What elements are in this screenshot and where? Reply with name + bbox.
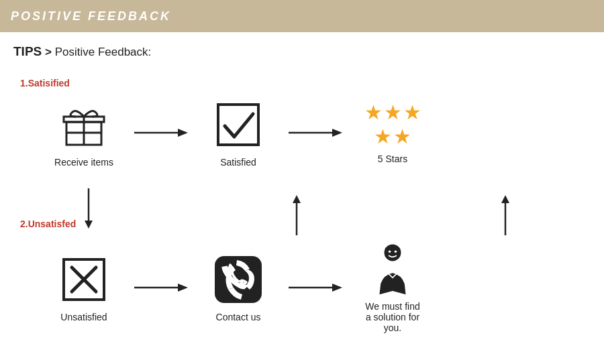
solution-label: We must find a solution for you. [365, 301, 419, 333]
receive-items-item: Receive items [40, 98, 128, 168]
five-stars-item: ★ ★ ★ ★ ★ 5 Stars [349, 101, 436, 164]
star-1: ★ [364, 103, 383, 123]
svg-marker-22 [332, 284, 342, 292]
star-5: ★ [393, 127, 411, 147]
unsatisfied-item: Unsatisfied [40, 253, 128, 322]
arrow-up-2 [499, 195, 512, 235]
star-4: ★ [374, 127, 392, 147]
stars-icon: ★ ★ ★ ★ ★ [356, 101, 430, 148]
header-banner: POSITIVE FEEDBACK [0, 0, 604, 32]
contact-us-item: Contact us [195, 253, 282, 322]
bottom-row: Unsatisfied Contact us [40, 242, 577, 333]
contact-us-label: Contact us [216, 312, 261, 322]
person-icon [366, 242, 419, 296]
x-icon [57, 253, 111, 306]
solution-item: We must find a solution for you. [349, 242, 436, 333]
arrow-right-4 [282, 281, 349, 294]
label-satisfied: 1.Satisified [20, 78, 70, 88]
tips-bold: TIPS [13, 44, 42, 58]
svg-marker-12 [293, 195, 301, 203]
receive-items-label: Receive items [54, 157, 113, 168]
header-triangle [174, 4, 187, 28]
five-stars-label: 5 Stars [378, 154, 407, 164]
satisfied-item: Satisfied [195, 98, 282, 168]
svg-point-25 [395, 250, 397, 253]
check-icon [211, 98, 265, 151]
arrow-right-3 [128, 281, 195, 294]
svg-marker-19 [178, 284, 188, 292]
header-title: POSITIVE FEEDBACK [11, 9, 171, 23]
arrow-up-1 [290, 195, 303, 235]
flow-area: 1.Satisified 2.Unsatisfed Receive items [0, 64, 604, 353]
svg-marker-5 [178, 129, 188, 137]
svg-marker-14 [501, 195, 509, 203]
star-2: ★ [384, 103, 402, 123]
svg-marker-8 [332, 129, 342, 137]
svg-marker-10 [85, 221, 93, 229]
gift-icon [57, 98, 111, 151]
tips-text: Positive Feedback: [55, 46, 152, 58]
unsatisfied-label: Unsatisfied [60, 312, 107, 322]
svg-point-24 [389, 250, 391, 253]
phone-icon [211, 253, 265, 306]
label-unsatisfied: 2.Unsatisfed [20, 219, 76, 229]
star-3: ★ [403, 103, 421, 123]
top-row: Receive items Satisfied [40, 98, 577, 168]
arrow-down-1 [82, 188, 95, 229]
satisfied-label: Satisfied [220, 157, 256, 168]
tips-line: TIPS > Positive Feedback: [0, 32, 604, 64]
tips-arrow: > [45, 46, 52, 58]
arrow-right-2 [282, 126, 349, 139]
arrow-right-1 [128, 126, 195, 139]
